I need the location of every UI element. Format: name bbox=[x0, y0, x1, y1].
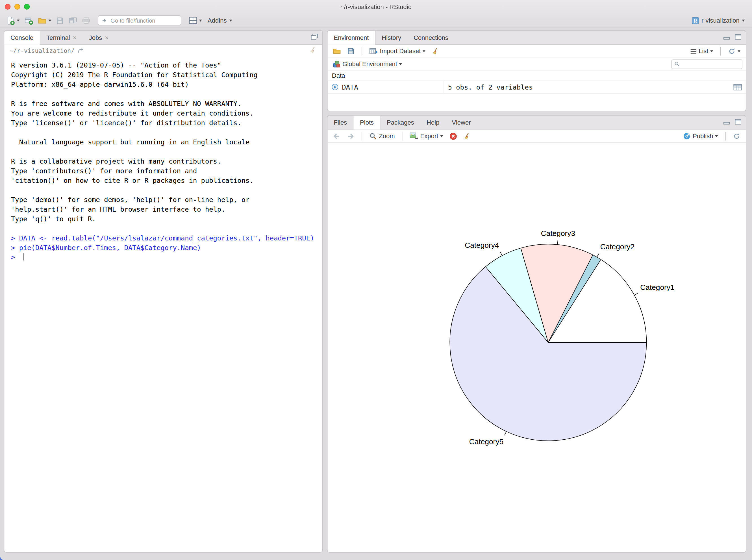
save-button[interactable] bbox=[54, 15, 66, 26]
minimize-pane-icon[interactable] bbox=[723, 33, 730, 42]
export-plot-button[interactable]: Export bbox=[408, 130, 445, 142]
publish-plot-button[interactable]: Publish bbox=[681, 130, 720, 142]
maximize-pane-icon[interactable] bbox=[735, 33, 741, 42]
previous-plot-button[interactable] bbox=[331, 130, 342, 142]
object-name: DATA bbox=[342, 83, 358, 91]
clear-all-plots-button[interactable] bbox=[461, 130, 473, 142]
project-menu-button[interactable]: R r-visualization bbox=[688, 15, 748, 26]
tab-packages[interactable]: Packages bbox=[381, 116, 420, 129]
search-icon bbox=[674, 61, 680, 67]
close-icon[interactable]: × bbox=[73, 34, 77, 40]
view-data-table-icon[interactable] bbox=[733, 84, 742, 91]
window-header: ~/r-visualization - RStudio bbox=[0, 0, 752, 27]
refresh-icon bbox=[733, 132, 740, 140]
new-file-button[interactable] bbox=[4, 15, 21, 26]
working-directory-label: ~/r-visualization/ bbox=[9, 47, 75, 54]
tab-label: Files bbox=[334, 119, 347, 126]
tab-connections[interactable]: Connections bbox=[407, 31, 454, 44]
clear-console-button[interactable] bbox=[309, 46, 317, 55]
chevron-down-icon bbox=[737, 50, 740, 52]
refresh-icon bbox=[728, 47, 736, 55]
pie-label-tick bbox=[597, 254, 599, 257]
import-dataset-label: Import Dataset bbox=[380, 47, 421, 55]
console-output-line: 'citation()' on how to cite R or R packa… bbox=[11, 176, 316, 185]
close-icon[interactable]: × bbox=[105, 34, 109, 40]
tab-terminal[interactable]: Terminal × bbox=[40, 31, 83, 44]
tab-help[interactable]: Help bbox=[420, 116, 446, 129]
toolbar-separator bbox=[725, 132, 726, 140]
environment-search-input[interactable] bbox=[682, 61, 739, 67]
next-plot-button[interactable] bbox=[345, 130, 357, 142]
addins-button[interactable]: Addins bbox=[205, 15, 235, 26]
svg-text:R: R bbox=[693, 18, 697, 23]
save-all-button[interactable] bbox=[67, 15, 79, 26]
tab-label: Packages bbox=[387, 119, 414, 126]
close-window-button[interactable] bbox=[5, 4, 11, 9]
export-icon bbox=[410, 133, 419, 140]
tab-label: History bbox=[382, 34, 401, 41]
minimize-pane-icon[interactable] bbox=[723, 118, 730, 127]
zoom-plot-button[interactable]: Zoom bbox=[367, 130, 397, 142]
environment-pane: Environment History Connections bbox=[327, 30, 746, 111]
titlebar[interactable]: ~/r-visualization - RStudio bbox=[0, 0, 752, 14]
minimize-window-button[interactable] bbox=[15, 4, 20, 9]
remove-plot-button[interactable] bbox=[447, 130, 459, 142]
tab-jobs[interactable]: Jobs × bbox=[83, 31, 115, 44]
chevron-down-icon bbox=[48, 20, 51, 21]
import-dataset-button[interactable]: Import Dataset bbox=[367, 45, 427, 57]
print-button[interactable] bbox=[80, 15, 92, 26]
goto-file-input[interactable] bbox=[110, 17, 177, 24]
new-file-icon bbox=[6, 16, 15, 25]
maximize-pane-icon[interactable] bbox=[735, 118, 741, 127]
plot-display-area: Category1Category2Category3Category4Cate… bbox=[328, 143, 746, 552]
console-output[interactable]: R version 3.6.1 (2019-07-05) -- "Action … bbox=[4, 56, 322, 266]
console-tabstrip: Console Terminal × Jobs × bbox=[4, 31, 322, 45]
tab-plots[interactable]: Plots bbox=[353, 116, 381, 129]
maximize-pane-icon[interactable] bbox=[311, 33, 318, 42]
tab-label: Environment bbox=[334, 34, 369, 41]
environment-scope-button[interactable]: Global Environment bbox=[331, 58, 404, 70]
toolbar-separator bbox=[362, 132, 362, 140]
refresh-plot-button[interactable] bbox=[731, 130, 743, 142]
load-workspace-button[interactable] bbox=[331, 45, 343, 57]
share-directory-icon[interactable] bbox=[78, 47, 85, 54]
back-arrow-icon bbox=[333, 133, 340, 139]
chevron-down-icon bbox=[399, 63, 402, 65]
console-input-line: > DATA <- read.table("/Users/lsalazar/co… bbox=[11, 233, 316, 243]
toolbar-separator bbox=[362, 47, 362, 56]
broom-icon bbox=[463, 132, 471, 140]
zoom-label: Zoom bbox=[379, 133, 395, 140]
pie-label-tick bbox=[505, 432, 507, 435]
environment-search-box bbox=[671, 59, 743, 69]
main-toolbar: Addins R r-visualization bbox=[0, 14, 752, 27]
toolbar-separator bbox=[720, 47, 721, 56]
pie-label-tick bbox=[500, 252, 502, 256]
forward-arrow-icon bbox=[347, 133, 354, 139]
chevron-down-icon bbox=[710, 50, 713, 52]
magnifier-icon bbox=[369, 132, 377, 140]
list-view-button[interactable]: List bbox=[688, 45, 715, 57]
traffic-lights bbox=[5, 0, 30, 14]
new-project-button[interactable] bbox=[23, 15, 35, 26]
tab-viewer[interactable]: Viewer bbox=[446, 116, 477, 129]
refresh-environment-button[interactable] bbox=[726, 45, 743, 57]
environment-object-row[interactable]: DATA 5 obs. of 2 variables bbox=[328, 81, 746, 94]
chevron-down-icon bbox=[423, 50, 425, 52]
tab-environment[interactable]: Environment bbox=[328, 31, 376, 44]
clear-environment-button[interactable] bbox=[430, 45, 442, 57]
console-output-line bbox=[11, 147, 316, 156]
tab-history[interactable]: History bbox=[375, 31, 407, 44]
rstudio-window: ~/r-visualization - RStudio bbox=[0, 0, 752, 560]
tab-label: Help bbox=[427, 119, 439, 126]
console-prompt-line: > bbox=[11, 252, 316, 262]
data-section-header: Data bbox=[328, 71, 746, 81]
open-file-button[interactable] bbox=[36, 15, 53, 26]
pane-layout-button[interactable] bbox=[187, 15, 204, 26]
tab-files[interactable]: Files bbox=[328, 116, 353, 129]
goto-file-box bbox=[98, 15, 181, 25]
save-workspace-button[interactable] bbox=[345, 45, 356, 57]
expand-object-icon[interactable] bbox=[331, 83, 339, 91]
zoom-window-button[interactable] bbox=[24, 4, 30, 9]
console-output-line: Type 'demo()' for some demos, 'help()' f… bbox=[11, 195, 316, 204]
tab-console[interactable]: Console bbox=[4, 31, 40, 44]
